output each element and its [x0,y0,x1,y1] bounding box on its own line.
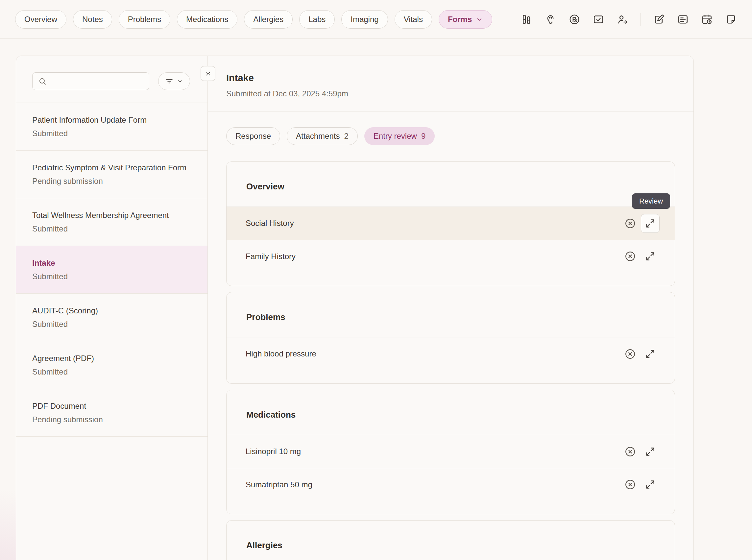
form-item-status: Submitted [32,269,191,283]
form-item-status: Submitted [32,317,191,331]
form-item-title: Pediatric Symptom & Visit Preparation Fo… [32,161,191,174]
top-navigation: OverviewNotesProblemsMedicationsAllergie… [0,0,752,39]
entry-row[interactable]: Lisinopril 10 mg [227,435,675,468]
expand-entry-button expand-icon[interactable] [645,446,656,457]
form-list-item[interactable]: PDF DocumentPending submission [16,389,207,437]
entry-row[interactable]: High blood pressure [227,337,675,370]
card-check-icon[interactable] [592,14,604,25]
nav-tab-label: Medications [186,15,228,24]
form-item-title: Total Wellness Membership Agreement [32,208,191,222]
expand-entry-button expand-icon[interactable] [641,214,659,233]
entry-actions [624,250,656,262]
remove-entry-button x-circle-icon[interactable] [624,348,636,360]
sidebar-collapse-button[interactable] [201,66,216,81]
filter-button[interactable] [158,72,190,90]
entry-section-card: ProblemsHigh blood pressure [226,292,675,384]
nav-tab-allergies[interactable]: Allergies [244,10,293,28]
detail-tab-attachments[interactable]: Attachments2 [287,127,358,145]
nav-tab-imaging[interactable]: Imaging [341,10,388,28]
nav-tab-label: Allergies [253,15,283,24]
search-input[interactable] [32,72,149,90]
detail-tab-label: Attachments [296,132,340,141]
remove-entry-button x-circle-icon[interactable] [624,445,636,458]
remove-entry-button x-circle-icon[interactable] [624,250,636,262]
entry-section-card: MedicationsLisinopril 10 mgSumatriptan 5… [226,390,675,514]
entry-label: Sumatriptan 50 mg [246,480,624,489]
entry-actions [624,445,656,458]
section-title: Allergies [227,521,675,560]
chevron-down-icon [177,78,183,84]
entry-actions [624,348,656,360]
entry-row[interactable]: Family History [227,240,675,273]
calendar-clock-icon[interactable] [701,14,713,25]
entry-section-card: OverviewSocial HistoryFamily History [226,161,675,286]
nav-tab-problems[interactable]: Problems [119,10,170,28]
chart-section-tabs: OverviewNotesProblemsMedicationsAllergie… [15,10,492,28]
section-title: Problems [227,292,675,337]
section-title: Overview [227,162,675,207]
nav-tab-label: Labs [308,15,326,24]
detail-tab-label: Entry review [373,132,417,141]
remove-entry-button x-circle-icon[interactable] [624,478,636,491]
forms-panel: Patient Information Update FormSubmitted… [16,56,694,560]
nav-tab-forms[interactable]: Forms [439,10,492,28]
expand-entry-button expand-icon[interactable] [645,251,656,262]
nav-tab-notes[interactable]: Notes [73,10,112,28]
forms-sidebar: Patient Information Update FormSubmitted… [16,56,208,560]
form-item-status: Pending submission [32,174,191,188]
prescription-icon[interactable] [569,14,581,25]
section-rows: Lisinopril 10 mgSumatriptan 50 mg [227,435,675,501]
form-title: Intake [226,72,675,83]
entry-actions [624,217,656,229]
entry-label: High blood pressure [246,349,624,358]
ear-icon[interactable] [545,14,556,25]
form-detail: Intake Submitted at Dec 03, 2025 4:59pm … [208,56,693,560]
sticky-note-icon[interactable] [725,14,737,25]
form-list-item[interactable]: AUDIT-C (Scoring)Submitted [16,294,207,341]
nav-divider [641,13,641,26]
nav-tab-overview[interactable]: Overview [15,10,66,28]
chevron-down-icon [476,16,483,23]
id-card-icon[interactable] [677,14,689,25]
nav-tab-label: Overview [24,15,57,24]
nav-tab-vitals[interactable]: Vitals [394,10,432,28]
entry-row[interactable]: Social History [227,207,675,240]
person-share-icon[interactable] [616,14,628,25]
entry-actions [624,478,656,491]
form-list-item[interactable]: Pediatric Symptom & Visit Preparation Fo… [16,151,207,198]
form-submitted-at: Submitted at Dec 03, 2025 4:59pm [226,89,675,98]
detail-tab-count: 9 [421,132,426,141]
form-list-item[interactable]: Agreement (PDF)Submitted [16,341,207,389]
form-item-title: PDF Document [32,399,191,413]
quick-action-icons [521,13,737,26]
expand-entry-button expand-icon[interactable] [645,348,656,359]
detail-tab-entry-review[interactable]: Entry review9 [364,127,435,145]
collapse-icon [205,70,212,77]
form-item-title: Patient Information Update Form [32,113,191,126]
form-item-status: Submitted [32,126,191,140]
search-field-wrapper [32,72,149,90]
entry-section-card: Allergies [226,520,675,560]
form-item-title: Agreement (PDF) [32,352,191,365]
section-rows: High blood pressure [227,337,675,370]
expand-entry-button expand-icon[interactable] [645,479,656,490]
form-list-item[interactable]: Patient Information Update FormSubmitted [16,103,207,151]
nav-tab-medications[interactable]: Medications [177,10,238,28]
remove-entry-button x-circle-icon[interactable] [624,217,636,229]
compose-note-icon[interactable] [653,14,665,25]
form-item-title: AUDIT-C (Scoring) [32,304,191,317]
nav-tab-labs[interactable]: Labs [299,10,335,28]
form-item-status: Pending submission [32,413,191,426]
entry-review-sections: OverviewSocial HistoryFamily HistoryProb… [208,145,693,560]
nav-tab-label: Notes [82,15,103,24]
entry-label: Social History [246,219,624,228]
review-tooltip: Review [632,193,670,209]
lab-vials-icon[interactable] [521,14,532,25]
form-list-item[interactable]: Total Wellness Membership AgreementSubmi… [16,198,207,246]
form-list: Patient Information Update FormSubmitted… [16,103,207,437]
detail-tab-response[interactable]: Response [226,127,280,145]
form-detail-header: Intake Submitted at Dec 03, 2025 4:59pm [208,56,693,112]
entry-label: Lisinopril 10 mg [246,447,624,456]
form-list-item[interactable]: IntakeSubmitted [16,246,207,294]
entry-row[interactable]: Sumatriptan 50 mg [227,468,675,501]
